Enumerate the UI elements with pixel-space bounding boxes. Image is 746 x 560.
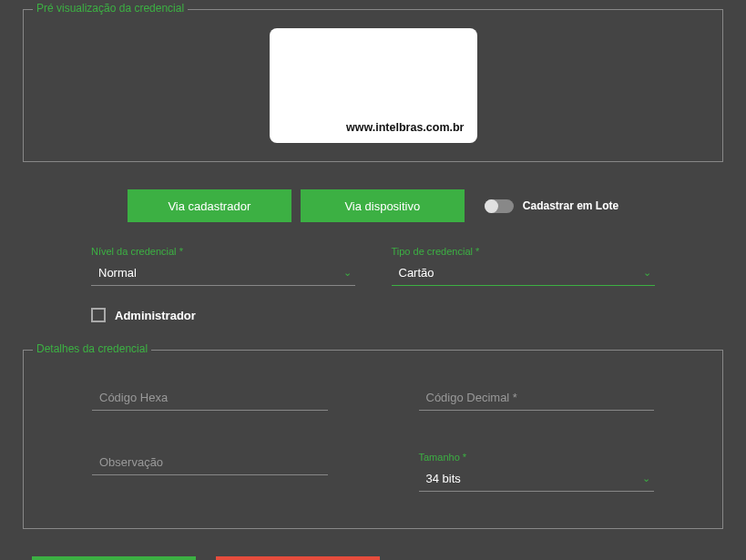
admin-checkbox-label: Administrador [115,309,196,322]
details-title: Detalhes da credencial [33,342,151,355]
tamanho-select[interactable]: 34 bits ⌄ [419,468,655,492]
save-credential-button[interactable]: Salvar credencial [32,556,196,560]
toggle-knob [485,199,498,213]
tipo-group: Tipo de credencial * Cartão ⌄ [392,246,656,286]
tipo-label: Tipo de credencial * [392,246,656,257]
via-dispositivo-button[interactable]: Via dispositivo [301,189,465,222]
via-cadastrador-button[interactable]: Via cadastrador [128,189,291,222]
admin-checkbox[interactable] [91,308,106,322]
tamanho-group: Tamanho * 34 bits ⌄ [419,452,655,492]
batch-toggle-wrapper: Cadastrar em Lote [485,199,618,213]
nivel-label: Nível da credencial * [91,246,355,257]
cancel-button[interactable]: Cancelar [216,556,380,560]
details-row-2: Tamanho * 34 bits ⌄ [92,452,654,492]
observacao-group [92,452,328,492]
preview-title: Pré visualização da credencial [33,2,188,15]
details-row-1 [92,387,654,411]
credential-card-preview: www.intelbras.com.br [270,28,477,143]
codigo-hexa-group [92,387,328,411]
codigo-decimal-group [419,387,655,411]
nivel-group: Nível da credencial * Normal ⌄ [91,246,355,286]
footer-buttons: Salvar credencial Cancelar [32,556,746,560]
batch-toggle-label: Cadastrar em Lote [523,199,618,212]
tamanho-value: 34 bits [426,472,461,485]
chevron-down-icon: ⌄ [642,473,650,484]
tamanho-label: Tamanho * [419,452,655,463]
observacao-input[interactable] [92,452,328,475]
chevron-down-icon: ⌄ [343,267,352,279]
batch-toggle[interactable] [485,199,514,213]
credential-preview-fieldset: Pré visualização da credencial www.intel… [23,9,723,162]
action-buttons-row: Via cadastrador Via dispositivo Cadastra… [0,189,746,222]
nivel-select[interactable]: Normal ⌄ [91,262,355,286]
codigo-decimal-input[interactable] [419,387,655,411]
tipo-value: Cartão [399,266,434,280]
tipo-select[interactable]: Cartão ⌄ [392,262,656,286]
credential-type-row: Nível da credencial * Normal ⌄ Tipo de c… [0,246,746,286]
nivel-value: Normal [98,266,137,280]
codigo-hexa-input[interactable] [92,387,328,411]
card-url-text: www.intelbras.com.br [346,121,464,134]
credential-details-fieldset: Detalhes da credencial Tamanho * 34 bits… [23,350,723,529]
admin-checkbox-row: Administrador [0,308,746,322]
chevron-down-icon: ⌄ [643,267,651,279]
